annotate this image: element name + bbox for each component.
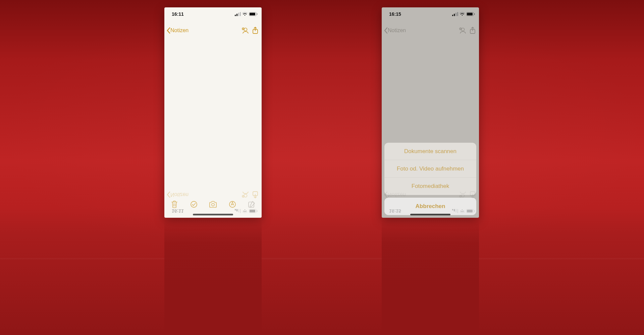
svg-rect-3 [240,12,241,16]
home-indicator[interactable] [410,214,450,215]
back-button[interactable]: Notizen [166,27,189,34]
collaborate-button[interactable] [241,27,249,34]
sheet-cancel[interactable]: Abbrechen [384,198,476,215]
phone-left: 16:11 [164,7,262,218]
sheet-item-capture[interactable]: Foto od. Video aufnehmen [384,160,476,178]
camera-icon [209,201,217,208]
svg-rect-6 [257,13,258,15]
phone-right: 16:15 [382,7,479,218]
trash-button[interactable] [170,200,179,208]
cellular-icon [235,12,241,16]
status-icons [235,12,258,16]
stage: 16:11 [0,0,644,335]
phone-right-wrap: 16:15 [382,7,479,218]
action-sheet: Dokumente scannen Foto od. Video aufnehm… [384,143,476,215]
draw-button[interactable] [228,201,237,208]
trash-icon [171,200,178,208]
reflection-fade [164,218,262,332]
action-sheet-group: Dokumente scannen Foto od. Video aufnehm… [384,143,476,195]
pen-tip-icon [229,201,236,208]
compose-icon [248,201,255,208]
compose-button[interactable] [247,201,256,208]
note-body[interactable] [164,38,262,198]
svg-rect-1 [236,14,237,16]
nav-bar: Notizen [164,24,262,37]
person-add-icon [241,27,249,34]
svg-rect-5 [250,13,255,15]
camera-button[interactable] [208,201,218,208]
back-label: Notizen [170,27,189,34]
phone-left-wrap: 16:11 [164,7,262,218]
svg-point-11 [212,203,214,206]
svg-point-7 [244,28,247,31]
svg-rect-0 [235,15,236,16]
floor-highlight [0,258,644,260]
bottom-toolbar [164,198,262,211]
status-bar: 16:11 [164,7,262,21]
check-circle-icon [190,201,198,208]
svg-rect-2 [238,13,239,16]
battery-icon [249,12,258,16]
share-button[interactable] [252,27,258,34]
nav-right [241,27,258,34]
home-indicator[interactable] [193,214,233,215]
svg-point-10 [191,201,197,207]
checklist-button[interactable] [189,201,199,208]
sheet-item-scan[interactable]: Dokumente scannen [384,143,476,160]
wifi-icon [242,12,248,16]
share-icon [252,27,258,34]
status-time: 16:11 [172,11,184,17]
reflection-fade [382,218,479,332]
sheet-item-library[interactable]: Fotomediathek [384,178,476,195]
